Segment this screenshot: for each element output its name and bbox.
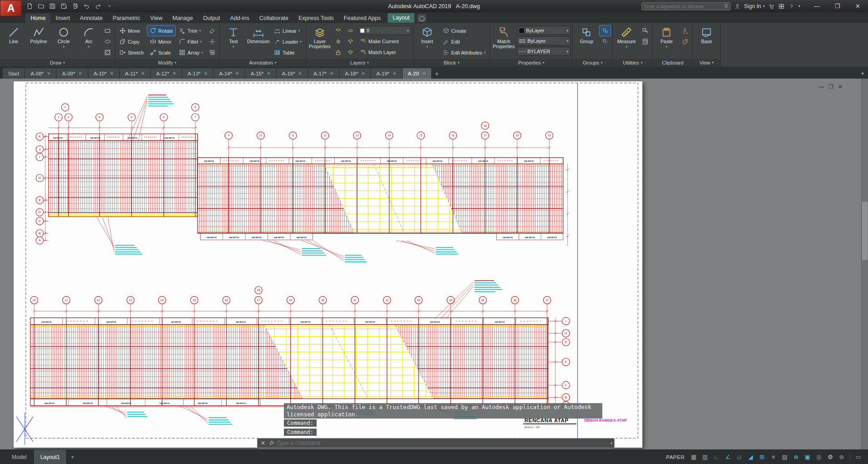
undo-button[interactable] xyxy=(81,1,92,11)
new-layout-button[interactable]: + xyxy=(67,454,78,460)
make-current-button[interactable]: Make Current xyxy=(358,36,411,46)
layout-tab-layout1[interactable]: Layout1 xyxy=(34,450,66,464)
copy2-button[interactable] xyxy=(680,36,691,47)
combo-bylayer[interactable]: BYLAYER▾ xyxy=(517,47,570,56)
exchange-apps-icon[interactable] xyxy=(778,3,785,10)
measure-button[interactable]: Measure▾ xyxy=(615,25,638,59)
doc-tab-a-16-[interactable]: A-16*✕ xyxy=(277,68,308,79)
restore-button[interactable]: ❐ xyxy=(827,0,848,12)
ribbon-tab-view[interactable]: View xyxy=(145,14,167,23)
combo-bylayer[interactable]: ByLayer▾ xyxy=(517,36,570,45)
command-history-icon[interactable]: ▾ xyxy=(611,441,612,445)
doc-close-icon[interactable]: ✕ xyxy=(838,84,843,90)
doc-tab-a-09-[interactable]: A-09*✕ xyxy=(56,68,88,79)
line-button[interactable]: Line xyxy=(2,25,25,59)
clean-screen-icon[interactable]: ▭ xyxy=(853,452,863,462)
doc-tab-a-15-[interactable]: A-15*✕ xyxy=(245,68,277,79)
tab-close-icon[interactable]: ✕ xyxy=(235,71,239,76)
ellipse-button[interactable] xyxy=(102,36,113,47)
tab-close-icon[interactable]: ✕ xyxy=(393,71,396,76)
doc-tab-a-08-[interactable]: A-08*✕ xyxy=(25,68,56,79)
tab-close-icon[interactable]: ✕ xyxy=(361,71,365,76)
new-file-button[interactable] xyxy=(25,1,35,11)
explode-button[interactable] xyxy=(207,36,217,47)
tab-close-icon[interactable]: ✕ xyxy=(141,71,145,76)
isometric-drafting-icon[interactable]: ◇ xyxy=(734,452,744,462)
doc-tab-a-11-[interactable]: A-11*✕ xyxy=(120,68,151,79)
ribbon-tab-manage[interactable]: Manage xyxy=(167,14,198,23)
panel-footer-clipboard[interactable]: Clipboard xyxy=(653,59,692,67)
circle-button[interactable]: Circle▾ xyxy=(52,25,76,59)
scrollbar-thumb[interactable] xyxy=(862,202,868,260)
grid-icon[interactable]: ▦ xyxy=(689,452,699,462)
doc-tab-a-19-[interactable]: A-19*✕ xyxy=(371,68,402,79)
panel-footer-modify[interactable]: Modify▾ xyxy=(115,59,219,67)
vertical-scrollbar[interactable] xyxy=(861,79,868,449)
stretch-button[interactable]: Stretch xyxy=(117,47,146,58)
layer-merge-button[interactable] xyxy=(345,47,356,58)
close-button[interactable]: ✕ xyxy=(848,0,868,12)
paste-button[interactable]: Paste▾ xyxy=(655,25,678,59)
layer-isolate-button[interactable] xyxy=(345,25,356,36)
help-chevron-icon[interactable]: ▾ xyxy=(798,4,800,8)
transparency-icon[interactable]: ▨ xyxy=(780,452,790,462)
open-folder-button[interactable] xyxy=(36,1,46,11)
doc-restore-icon[interactable]: ❐ xyxy=(828,84,833,90)
base-button[interactable]: Base xyxy=(695,25,718,59)
doc-tab-start[interactable]: Start xyxy=(3,68,25,79)
fillet-button[interactable]: Fillet▾ xyxy=(177,36,205,47)
tab-close-icon[interactable]: ✕ xyxy=(330,71,333,76)
dimension-button[interactable]: Dimension xyxy=(247,25,270,59)
ribbon-tab-insert[interactable]: Insert xyxy=(50,14,75,23)
panel-footer-groups[interactable]: Groups▾ xyxy=(573,59,612,67)
hatch-button[interactable] xyxy=(102,47,113,58)
command-close-icon[interactable]: ✕ xyxy=(259,440,267,446)
tab-close-icon[interactable]: ✕ xyxy=(47,71,50,76)
ribbon-tab-layout[interactable]: Layout xyxy=(388,13,415,23)
edit-button[interactable]: Edit xyxy=(440,36,488,47)
leader-button[interactable]: Leader▾ xyxy=(272,36,304,47)
create-button[interactable]: Create xyxy=(440,25,488,36)
layer-freeze-button[interactable] xyxy=(333,36,344,47)
rotate-button[interactable]: Rotate xyxy=(147,25,175,36)
erase-button[interactable] xyxy=(207,25,217,36)
scale-button[interactable]: Scale xyxy=(147,47,175,58)
match-properties-button[interactable]: MatchProperties xyxy=(492,25,515,59)
command-line[interactable]: ✕ ▾ xyxy=(257,438,615,448)
doc-tab-a-14-[interactable]: A-14*✕ xyxy=(213,68,245,79)
account-icon[interactable] xyxy=(734,3,741,10)
annotation-visibility-icon[interactable]: ▣ xyxy=(802,452,812,462)
panel-footer-layers[interactable]: Layers▾ xyxy=(306,59,413,67)
combo-0[interactable]: 0▾ xyxy=(358,26,411,35)
new-drawing-tab-button[interactable]: + xyxy=(432,68,442,79)
help-icon[interactable] xyxy=(788,3,795,10)
command-customize-icon[interactable] xyxy=(268,440,275,446)
ribbon-tab-home[interactable]: Home xyxy=(25,14,50,23)
polyline-button[interactable]: Polyline xyxy=(27,25,50,59)
paper-space-toggle[interactable]: PAPER xyxy=(666,454,685,460)
layer-on-button[interactable] xyxy=(333,25,344,36)
save-button[interactable] xyxy=(47,1,58,11)
annotation-monitor-icon[interactable]: ⊚ xyxy=(837,452,847,462)
doc-tab-a-13-[interactable]: A-13*✕ xyxy=(182,68,213,79)
tab-overflow-icon[interactable]: ▾ xyxy=(857,68,868,79)
copy-button[interactable]: Copy xyxy=(117,36,146,47)
calculator-button[interactable] xyxy=(640,36,651,47)
help-search-box[interactable] xyxy=(641,2,731,10)
panel-footer-utilities[interactable]: Utilities▾ xyxy=(613,59,652,67)
doc-tab-a-18-[interactable]: A-18*✕ xyxy=(339,68,371,79)
array-button[interactable]: Array▾ xyxy=(177,47,205,58)
match-layer-button[interactable]: Match Layer xyxy=(358,47,411,57)
workspace-switching-icon[interactable]: ⚙ xyxy=(825,452,835,462)
panel-footer-block[interactable]: Block▾ xyxy=(414,59,490,67)
layer-walk-button[interactable] xyxy=(345,36,356,47)
search-input[interactable] xyxy=(644,4,723,9)
save-as-button[interactable] xyxy=(59,1,69,11)
doc-tab-a-20[interactable]: A-20✕ xyxy=(403,68,432,79)
tab-close-icon[interactable]: ✕ xyxy=(298,71,302,76)
object-snap-icon[interactable]: ⊞ xyxy=(757,452,767,462)
layer-properties-button[interactable]: LayerProperties xyxy=(308,25,332,59)
snap-mode-icon[interactable]: ▥ xyxy=(700,452,710,462)
doc-tab-a-17-[interactable]: A-17*✕ xyxy=(308,68,339,79)
offset-button[interactable] xyxy=(207,47,217,58)
